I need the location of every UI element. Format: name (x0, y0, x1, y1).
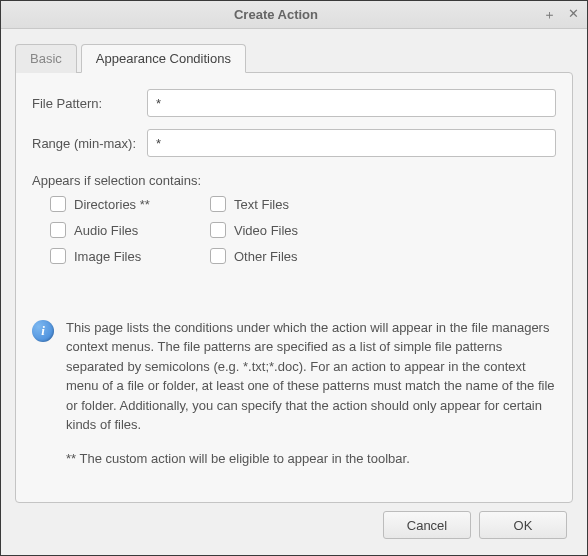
checkbox-label: Text Files (234, 197, 289, 212)
check-directories[interactable]: Directories ** (50, 196, 210, 212)
range-row: Range (min-max): (32, 129, 556, 157)
tab-basic[interactable]: Basic (15, 44, 77, 73)
dialog-buttons: Cancel OK (15, 503, 573, 545)
info-icon: i (32, 320, 54, 342)
checkbox-icon (210, 248, 226, 264)
tab-panel: File Pattern: Range (min-max): Appears i… (15, 72, 573, 503)
tab-appearance-conditions[interactable]: Appearance Conditions (81, 44, 246, 73)
info-note: ** The custom action will be eligible to… (66, 449, 556, 469)
checkbox-icon (50, 248, 66, 264)
checkbox-icon (210, 222, 226, 238)
dialog-content: Basic Appearance Conditions File Pattern… (1, 29, 587, 555)
check-video-files[interactable]: Video Files (210, 222, 370, 238)
check-other-files[interactable]: Other Files (210, 248, 370, 264)
titlebar: Create Action ＋ ✕ (1, 1, 587, 29)
tab-bar: Basic Appearance Conditions (15, 43, 573, 72)
checkbox-icon (50, 196, 66, 212)
cancel-button[interactable]: Cancel (383, 511, 471, 539)
window-title: Create Action (9, 7, 543, 22)
check-audio-files[interactable]: Audio Files (50, 222, 210, 238)
checkbox-label: Audio Files (74, 223, 138, 238)
check-image-files[interactable]: Image Files (50, 248, 210, 264)
checkbox-label: Image Files (74, 249, 141, 264)
file-pattern-input[interactable] (147, 89, 556, 117)
appears-label: Appears if selection contains: (32, 173, 556, 188)
ok-button[interactable]: OK (479, 511, 567, 539)
titlebar-buttons: ＋ ✕ (543, 6, 579, 24)
range-label: Range (min-max): (32, 136, 147, 151)
dialog-window: Create Action ＋ ✕ Basic Appearance Condi… (0, 0, 588, 556)
file-pattern-label: File Pattern: (32, 96, 147, 111)
info-main: This page lists the conditions under whi… (66, 318, 556, 435)
tab-label: Basic (30, 51, 62, 66)
checkbox-label: Other Files (234, 249, 298, 264)
range-input[interactable] (147, 129, 556, 157)
check-text-files[interactable]: Text Files (210, 196, 370, 212)
checkbox-label: Video Files (234, 223, 298, 238)
checkbox-icon (210, 196, 226, 212)
checkbox-label: Directories ** (74, 197, 150, 212)
info-text: This page lists the conditions under whi… (66, 318, 556, 483)
checkbox-icon (50, 222, 66, 238)
minimize-icon[interactable]: ＋ (543, 6, 556, 24)
tab-label: Appearance Conditions (96, 51, 231, 66)
info-row: i This page lists the conditions under w… (32, 318, 556, 483)
close-icon[interactable]: ✕ (568, 6, 579, 24)
file-pattern-row: File Pattern: (32, 89, 556, 117)
checkbox-grid: Directories ** Text Files Audio Files Vi… (50, 196, 556, 264)
